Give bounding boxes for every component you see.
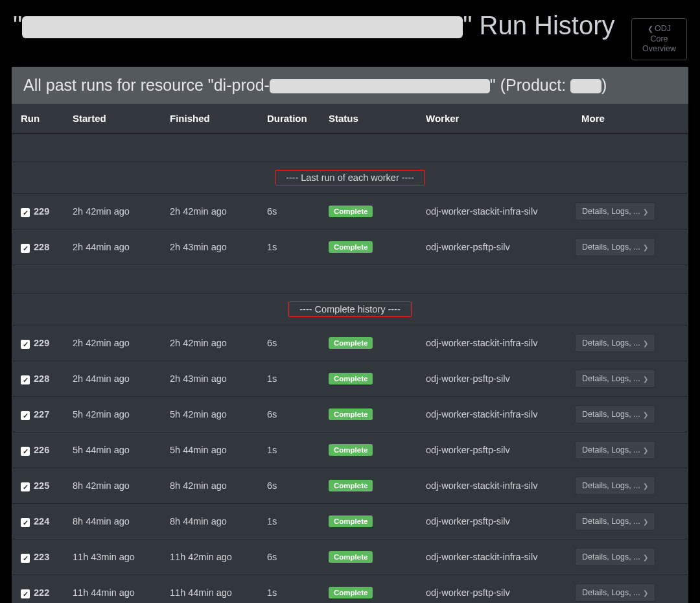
started-cell: 11h 44min ago: [64, 575, 161, 603]
details-label: Details, Logs, ...: [582, 517, 640, 526]
started-cell: 8h 44min ago: [64, 504, 161, 539]
chevron-right-icon: ❯: [643, 375, 648, 383]
duration-cell: 6s: [258, 468, 320, 504]
details-label: Details, Logs, ...: [582, 338, 640, 348]
run-id-cell: ✓225: [12, 468, 64, 504]
details-label: Details, Logs, ...: [582, 410, 640, 419]
status-badge: Complete: [329, 337, 373, 349]
more-cell: Details, Logs, ...❯: [572, 504, 688, 539]
started-cell: 2h 42min ago: [64, 325, 161, 361]
chevron-right-icon: ❯: [643, 411, 648, 418]
details-label: Details, Logs, ...: [582, 481, 640, 490]
status-badge: Complete: [329, 241, 373, 253]
started-cell: 2h 42min ago: [64, 194, 161, 230]
status-badge: Complete: [329, 551, 373, 563]
check-icon: ✓: [21, 482, 30, 491]
check-icon: ✓: [21, 554, 30, 563]
section-label: ---- Complete history ----: [288, 302, 411, 317]
started-cell: 5h 44min ago: [64, 432, 161, 468]
col-started: Started: [64, 104, 161, 134]
check-icon: ✓: [21, 589, 30, 598]
title-prefix: ": [13, 11, 22, 40]
duration-cell: 6s: [258, 194, 320, 230]
run-history-table: Run Started Finished Duration Status Wor…: [12, 104, 688, 603]
status-badge: Complete: [329, 206, 373, 217]
chevron-right-icon: ❯: [643, 554, 648, 561]
table-row: ✓2282h 44min ago2h 43min ago1sCompleteod…: [12, 230, 688, 265]
worker-cell: odj-worker-psftp-silv: [417, 230, 572, 265]
col-finished: Finished: [161, 104, 258, 134]
redacted-product: [570, 79, 601, 93]
more-cell: Details, Logs, ...❯: [572, 432, 688, 468]
details-button[interactable]: Details, Logs, ...❯: [575, 477, 655, 495]
run-history-panel: All past runs for resource "di-prod-" (P…: [12, 67, 688, 603]
details-button[interactable]: Details, Logs, ...❯: [575, 370, 655, 388]
worker-cell: odj-worker-stackit-infra-silv: [417, 539, 572, 575]
chevron-right-icon: ❯: [643, 589, 648, 597]
finished-cell: 8h 42min ago: [161, 468, 258, 504]
details-button[interactable]: Details, Logs, ...❯: [575, 405, 655, 423]
run-id-cell: ✓222: [12, 575, 64, 603]
details-button[interactable]: Details, Logs, ...❯: [575, 238, 655, 256]
started-cell: 2h 44min ago: [64, 361, 161, 397]
status-cell: Complete: [320, 539, 417, 575]
details-button[interactable]: Details, Logs, ...❯: [575, 202, 655, 220]
col-more: More: [572, 104, 688, 134]
more-cell: Details, Logs, ...❯: [572, 397, 688, 432]
redacted-resource-name: [22, 16, 463, 38]
more-cell: Details, Logs, ...❯: [572, 325, 688, 361]
duration-cell: 1s: [258, 361, 320, 397]
col-worker: Worker: [417, 104, 572, 134]
more-cell: Details, Logs, ...❯: [572, 539, 688, 575]
col-status: Status: [320, 104, 417, 134]
details-label: Details, Logs, ...: [582, 552, 640, 562]
status-cell: Complete: [320, 468, 417, 504]
details-label: Details, Logs, ...: [582, 374, 640, 383]
duration-cell: 6s: [258, 325, 320, 361]
duration-cell: 6s: [258, 539, 320, 575]
duration-cell: 1s: [258, 432, 320, 468]
run-id: 227: [34, 409, 49, 420]
details-button[interactable]: Details, Logs, ...❯: [575, 512, 655, 530]
run-id-cell: ✓226: [12, 432, 64, 468]
run-id-cell: ✓223: [12, 539, 64, 575]
status-cell: Complete: [320, 504, 417, 539]
run-id-cell: ✓227: [12, 397, 64, 432]
run-id: 229: [34, 338, 49, 348]
chevron-right-icon: ❯: [643, 482, 648, 490]
chevron-right-icon: ❯: [643, 208, 648, 215]
section-divider: ---- Complete history ----: [12, 294, 688, 325]
finished-cell: 11h 44min ago: [161, 575, 258, 603]
worker-cell: odj-worker-psftp-silv: [417, 575, 572, 603]
page-title: "" Run History: [13, 10, 624, 40]
section-divider: ---- Last run of each worker ----: [12, 162, 688, 194]
table-row: ✓22211h 44min ago11h 44min ago1sComplete…: [12, 575, 688, 603]
run-id: 229: [34, 206, 49, 217]
table-row: ✓2282h 44min ago2h 43min ago1sCompleteod…: [12, 361, 688, 397]
finished-cell: 2h 43min ago: [161, 361, 258, 397]
details-button[interactable]: Details, Logs, ...❯: [575, 584, 655, 602]
details-button[interactable]: Details, Logs, ...❯: [575, 548, 655, 566]
status-badge: Complete: [329, 444, 373, 456]
table-row: ✓2258h 42min ago8h 42min ago6sCompleteod…: [12, 468, 688, 504]
odj-core-overview-button[interactable]: ❮ODJ Core Overview: [631, 18, 687, 60]
finished-cell: 2h 42min ago: [161, 325, 258, 361]
spacer-row: [12, 265, 688, 294]
chevron-right-icon: ❯: [643, 340, 648, 347]
finished-cell: 2h 42min ago: [161, 194, 258, 230]
chevron-right-icon: ❯: [643, 518, 648, 525]
status-cell: Complete: [320, 325, 417, 361]
status-cell: Complete: [320, 575, 417, 603]
started-cell: 5h 42min ago: [64, 397, 161, 432]
panel-subtitle: All past runs for resource "di-prod-" (P…: [12, 67, 688, 104]
redacted-resource-suffix: [270, 79, 490, 93]
status-cell: Complete: [320, 361, 417, 397]
details-button[interactable]: Details, Logs, ...❯: [575, 441, 655, 459]
check-icon: ✓: [21, 375, 30, 384]
more-cell: Details, Logs, ...❯: [572, 468, 688, 504]
details-button[interactable]: Details, Logs, ...❯: [575, 334, 655, 352]
page-header: "" Run History ❮ODJ Core Overview: [13, 10, 687, 60]
table-row: ✓2292h 42min ago2h 42min ago6sCompleteod…: [12, 325, 688, 361]
col-duration: Duration: [258, 104, 320, 134]
spacer-row: [12, 134, 688, 162]
